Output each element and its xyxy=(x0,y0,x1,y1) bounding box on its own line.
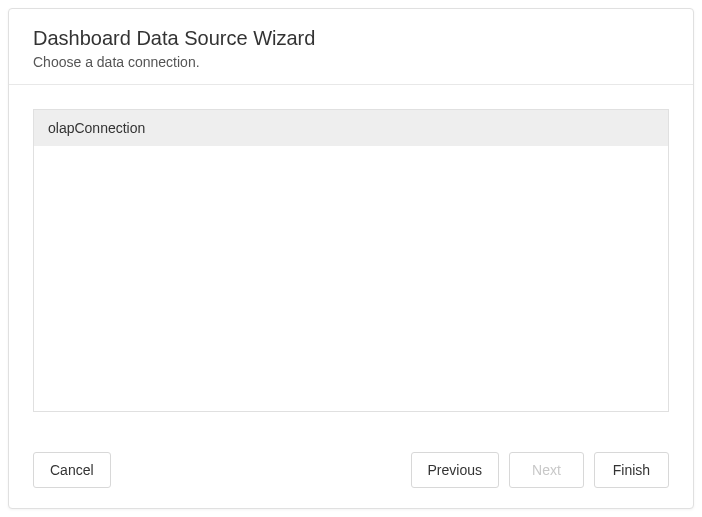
wizard-content: olapConnection xyxy=(9,85,693,436)
connection-list-item-label: olapConnection xyxy=(48,120,145,136)
connection-list-item[interactable]: olapConnection xyxy=(34,110,668,146)
previous-button[interactable]: Previous xyxy=(411,452,499,488)
wizard-dialog: Dashboard Data Source Wizard Choose a da… xyxy=(8,8,694,509)
wizard-header: Dashboard Data Source Wizard Choose a da… xyxy=(9,9,693,85)
footer-right: Previous Next Finish xyxy=(411,452,669,488)
cancel-button[interactable]: Cancel xyxy=(33,452,111,488)
finish-button[interactable]: Finish xyxy=(594,452,669,488)
footer-left: Cancel xyxy=(33,452,111,488)
wizard-title: Dashboard Data Source Wizard xyxy=(33,27,669,50)
connection-list: olapConnection xyxy=(33,109,669,412)
wizard-subtitle: Choose a data connection. xyxy=(33,54,669,70)
next-button: Next xyxy=(509,452,584,488)
wizard-footer: Cancel Previous Next Finish xyxy=(9,436,693,508)
